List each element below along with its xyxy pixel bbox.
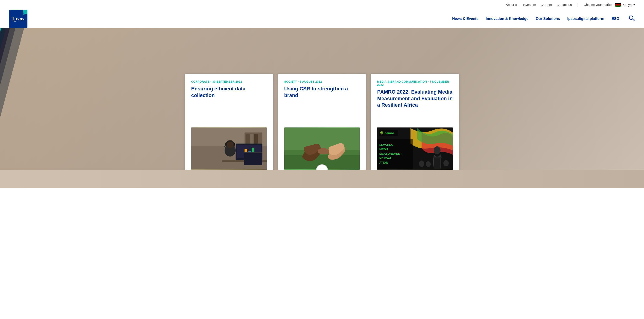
card-2-category: SOCIETY - 5 August 2022 [284,80,360,83]
stripe-gray [0,28,27,170]
svg-rect-17 [234,143,235,146]
svg-rect-13 [222,160,267,162]
card-3-title: PAMRO 2022: Evaluating Media Measurement… [377,89,453,109]
top-links: About us Investors Careers Contact us [506,3,572,7]
market-selector[interactable]: Choose your market: Kenya ▾ [584,3,635,7]
bottom-area [0,170,644,188]
nav-innovation-knowledge[interactable]: Innovation & Knowledge [486,17,528,21]
market-label: Choose your market: [584,3,613,7]
svg-point-31 [419,161,424,167]
contact-us-link[interactable]: Contact us [556,3,572,7]
nav-news-events[interactable]: News & Events [452,17,478,21]
svg-rect-10 [244,149,247,156]
primary-nav: News & Events Innovation & Knowledge Our… [452,15,635,23]
logo-wordmark: Ipsos [12,16,24,22]
svg-rect-34 [434,157,440,169]
nav-ipsos-digital[interactable]: Ipsos.digital platform [567,17,604,21]
card-3-image: 🌳 pamro LEVATING MEDIA MEASUREMENT ND EV… [377,127,453,170]
search-button[interactable] [628,15,635,23]
careers-link[interactable]: Careers [540,3,552,7]
nav-our-solutions[interactable]: Our Solutions [536,17,560,21]
svg-rect-12 [252,148,254,156]
chevron-down-icon: ▾ [634,3,635,7]
cards-container: CORPORATE - 30 September 2022 Ensuring e… [185,74,459,170]
svg-text:LEVATING: LEVATING [380,143,394,146]
svg-rect-35 [433,157,442,158]
svg-text:🌳 pamro: 🌳 pamro [380,131,394,135]
svg-rect-11 [248,151,251,156]
card-3-category: MEDIA & BRAND COMMUNICATION - 7 November… [377,80,453,87]
svg-rect-16 [225,143,227,146]
header-main-nav: ☠ Ipsos News & Events Innovation & Knowl… [9,8,635,28]
card-1[interactable]: CORPORATE - 30 September 2022 Ensuring e… [185,74,273,170]
header-top-nav: About us Investors Careers Contact us | … [9,0,635,8]
card-3-image-svg: 🌳 pamro LEVATING MEDIA MEASUREMENT ND EV… [377,127,453,170]
investors-link[interactable]: Investors [523,3,536,7]
card-2-image [284,127,360,170]
card-3[interactable]: MEDIA & BRAND COMMUNICATION - 7 November… [371,74,459,170]
svg-text:MEDIA: MEDIA [380,148,389,151]
card-2[interactable]: SOCIETY - 5 August 2022 Using CSR to str… [278,74,366,170]
divider: | [577,3,578,7]
nav-esg[interactable]: ESG [612,17,619,21]
hero-section: CORPORATE - 30 September 2022 Ensuring e… [0,28,644,170]
card-2-image-svg [284,127,360,170]
about-us-link[interactable]: About us [506,3,518,7]
card-1-category: CORPORATE - 30 September 2022 [191,80,267,83]
market-country: Kenya [622,3,632,7]
svg-line-1 [632,19,634,21]
kenya-flag-icon [615,3,621,7]
svg-text:MEASUREMENT: MEASUREMENT [380,152,402,155]
card-1-image [191,127,267,170]
card-2-title: Using CSR to strengthen a brand [284,86,360,99]
svg-point-33 [444,160,449,166]
svg-text:ATION: ATION [380,161,388,164]
svg-text:ND EVAL: ND EVAL [380,157,392,160]
card-1-image-svg [191,127,267,170]
svg-point-30 [434,146,440,154]
diagonal-stripes-decoration [0,28,32,170]
svg-point-32 [426,161,431,167]
site-header: About us Investors Careers Contact us | … [0,0,644,28]
scroll-down-arrow-icon: ↓ [321,167,323,170]
card-1-title: Ensuring efficient data collection [191,86,267,99]
ipsos-logo: ☠ Ipsos [9,10,28,28]
search-icon [628,15,635,21]
logo-area[interactable]: ☠ Ipsos [9,10,28,28]
svg-rect-9 [237,145,261,158]
